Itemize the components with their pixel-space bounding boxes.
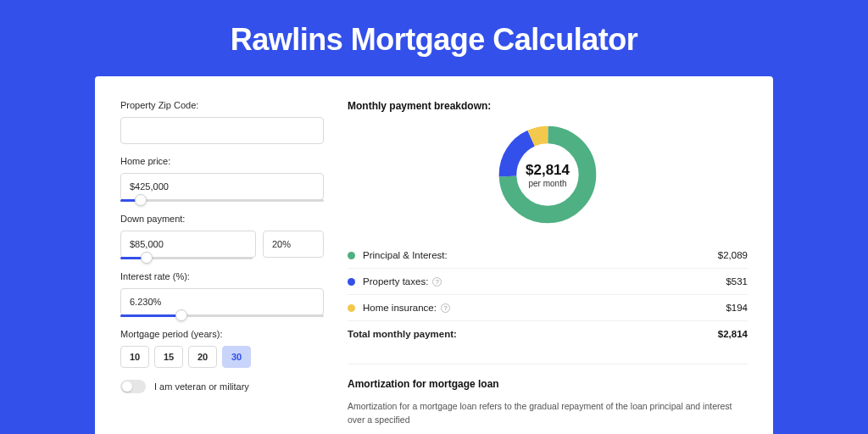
legend-row: Property taxes:?$531 <box>348 269 748 295</box>
period-field: Mortgage period (years): 10152030 <box>120 329 324 368</box>
legend-list: Principal & Interest:$2,089Property taxe… <box>348 242 748 321</box>
help-icon[interactable]: ? <box>441 303 450 313</box>
help-icon[interactable]: ? <box>432 277 442 287</box>
home-price-label: Home price: <box>120 156 324 166</box>
total-row: Total monthly payment: $2,814 <box>348 321 748 347</box>
zip-input[interactable] <box>120 117 324 144</box>
donut-center: $2,814 per month <box>495 122 600 227</box>
veteran-toggle[interactable] <box>120 380 146 393</box>
down-payment-pct-input[interactable] <box>263 231 324 258</box>
legend-value: $2,089 <box>718 250 748 260</box>
interest-field: Interest rate (%): <box>120 271 324 317</box>
down-payment-slider[interactable] <box>120 257 253 259</box>
period-button-15[interactable]: 15 <box>154 346 183 368</box>
total-label: Total monthly payment: <box>348 329 718 339</box>
home-price-slider-thumb[interactable] <box>135 194 147 206</box>
breakdown-title: Monthly payment breakdown: <box>348 100 748 112</box>
page-title: Rawlins Mortgage Calculator <box>95 0 773 76</box>
donut-chart-wrap: $2,814 per month <box>348 122 748 227</box>
home-price-input[interactable] <box>120 173 324 200</box>
amortization-title: Amortization for mortgage loan <box>348 378 748 390</box>
legend-dot <box>348 304 355 312</box>
donut-amount: $2,814 <box>526 162 570 179</box>
interest-slider[interactable] <box>120 314 324 317</box>
amortization-text: Amortization for a mortgage loan refers … <box>348 400 748 427</box>
legend-row: Principal & Interest:$2,089 <box>348 242 748 269</box>
donut-chart: $2,814 per month <box>495 122 600 227</box>
down-payment-label: Down payment: <box>120 214 324 224</box>
home-price-slider[interactable] <box>120 199 324 202</box>
period-label: Mortgage period (years): <box>120 329 324 339</box>
period-button-10[interactable]: 10 <box>120 346 149 368</box>
interest-slider-thumb[interactable] <box>175 309 187 321</box>
legend-value: $194 <box>726 303 748 313</box>
amortization-block: Amortization for mortgage loan Amortizat… <box>348 364 748 427</box>
zip-label: Property Zip Code: <box>120 100 324 110</box>
inputs-panel: Property Zip Code: Home price: Down paym… <box>120 100 324 427</box>
veteran-row: I am veteran or military <box>120 380 324 393</box>
legend-dot <box>348 278 355 286</box>
total-value: $2,814 <box>718 329 748 339</box>
legend-label: Home insurance:? <box>363 303 726 313</box>
legend-value: $531 <box>726 276 748 287</box>
interest-slider-fill <box>120 314 181 317</box>
home-price-field: Home price: <box>120 156 324 202</box>
interest-input[interactable] <box>120 288 324 315</box>
calculator-card: Property Zip Code: Home price: Down paym… <box>95 76 773 434</box>
down-payment-slider-thumb[interactable] <box>141 252 153 264</box>
legend-dot <box>348 252 355 259</box>
legend-row: Home insurance:?$194 <box>348 295 748 321</box>
legend-label: Principal & Interest: <box>363 250 718 260</box>
veteran-toggle-knob <box>122 381 132 392</box>
donut-sub: per month <box>528 179 566 188</box>
zip-field: Property Zip Code: <box>120 100 324 144</box>
results-panel: Monthly payment breakdown: $2,814 per mo… <box>348 100 748 427</box>
period-options: 10152030 <box>120 346 324 368</box>
down-payment-field: Down payment: <box>120 214 324 259</box>
period-button-30[interactable]: 30 <box>222 346 251 368</box>
interest-label: Interest rate (%): <box>120 271 324 281</box>
legend-label: Property taxes:? <box>363 276 726 287</box>
down-payment-input[interactable] <box>120 231 256 258</box>
veteran-label: I am veteran or military <box>154 381 249 392</box>
period-button-20[interactable]: 20 <box>188 346 217 368</box>
